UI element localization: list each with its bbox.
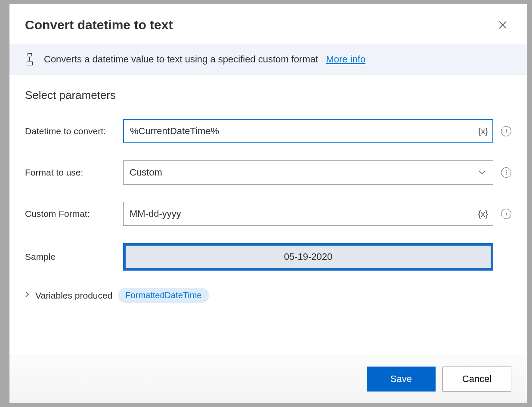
info-icon[interactable]: i — [501, 126, 511, 136]
variables-produced-row: Variables produced FormattedDateTime — [25, 288, 511, 303]
sample-label: Sample — [25, 252, 115, 262]
format-select-value: Custom — [130, 167, 162, 178]
format-select-wrapper: Custom — [123, 160, 493, 185]
description-bar: Converts a datetime value to text using … — [9, 44, 527, 75]
cancel-button[interactable]: Cancel — [442, 367, 511, 392]
datetime-label: Datetime to convert: — [25, 126, 115, 136]
dialog-body: Select parameters Datetime to convert: {… — [9, 75, 527, 355]
section-title: Select parameters — [25, 89, 511, 102]
variable-chip[interactable]: FormattedDateTime — [118, 288, 208, 303]
description-label: Converts a datetime value to text using … — [44, 54, 318, 65]
description-text: Converts a datetime value to text using … — [44, 54, 365, 65]
datetime-row: Datetime to convert: {x} i — [25, 119, 511, 143]
dialog-title: Convert datetime to text — [25, 18, 173, 32]
dialog-header: Convert datetime to text — [9, 4, 527, 44]
chevron-down-icon — [478, 169, 486, 176]
variables-produced-label: Variables produced — [35, 290, 112, 301]
save-button[interactable]: Save — [367, 367, 436, 392]
custom-format-input[interactable] — [123, 202, 493, 226]
convert-datetime-dialog: Convert datetime to text Converts a date… — [9, 4, 527, 403]
variable-picker-icon[interactable]: {x} — [478, 126, 488, 136]
sample-output: 05-19-2020 — [123, 243, 493, 271]
custom-format-input-wrapper: {x} — [123, 202, 493, 226]
datetime-input[interactable] — [123, 119, 493, 143]
dialog-footer: Save Cancel — [9, 355, 527, 403]
format-select[interactable]: Custom — [123, 160, 493, 185]
info-icon[interactable]: i — [501, 209, 511, 219]
info-icon[interactable]: i — [501, 167, 511, 178]
flow-icon — [25, 53, 34, 65]
custom-format-label: Custom Format: — [25, 209, 115, 219]
sample-row: Sample 05-19-2020 — [25, 243, 511, 271]
format-row: Format to use: Custom i — [25, 160, 511, 185]
datetime-input-wrapper: {x} — [123, 119, 493, 143]
chevron-right-icon[interactable] — [25, 291, 29, 300]
more-info-link[interactable]: More info — [326, 54, 365, 65]
format-label: Format to use: — [25, 167, 115, 178]
close-icon[interactable] — [494, 16, 511, 34]
variable-picker-icon[interactable]: {x} — [478, 209, 488, 219]
custom-format-row: Custom Format: {x} i — [25, 202, 511, 226]
